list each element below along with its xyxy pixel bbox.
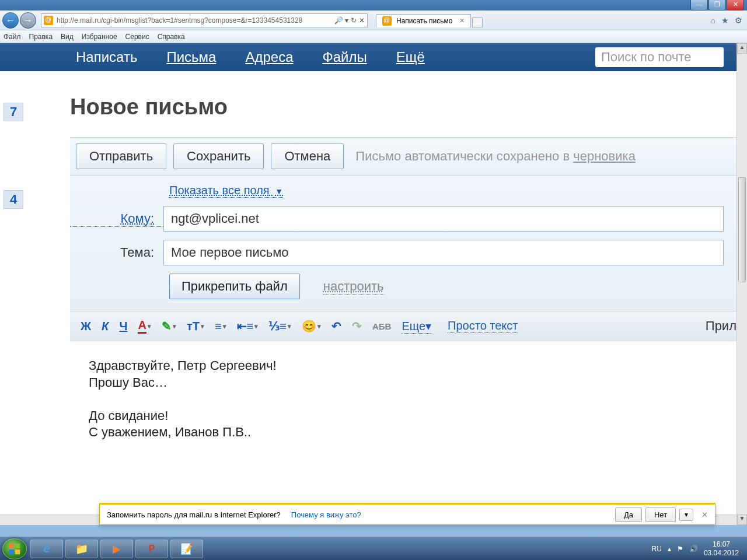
body-line: С уважением, Иванов П.В..: [89, 424, 728, 441]
emoji-icon[interactable]: 😊▾: [302, 319, 321, 333]
taskbar-app[interactable]: 📝: [170, 540, 203, 558]
svg-rect-0: [9, 543, 14, 548]
tray-volume-icon[interactable]: 🔊: [689, 545, 698, 553]
address-controls: 🔎 ▾ ↻ ✕: [332, 16, 367, 24]
browser-menu-bar: Файл Правка Вид Избранное Сервис Справка: [0, 30, 747, 43]
to-input[interactable]: [163, 206, 724, 232]
url-input[interactable]: [55, 15, 332, 26]
close-button[interactable]: ✕: [727, 0, 744, 10]
italic-icon[interactable]: К: [102, 320, 109, 333]
site-favicon: [44, 16, 53, 25]
underline-icon[interactable]: Ч: [119, 320, 127, 333]
svg-rect-3: [15, 549, 20, 554]
body-line: Прошу Вас…: [89, 374, 728, 391]
redo-icon[interactable]: ↷: [352, 319, 362, 333]
editor-more-link[interactable]: Еще▾: [402, 319, 431, 334]
body-line: Здравствуйте, Петр Сергеевич!: [89, 358, 728, 374]
scroll-down-arrow[interactable]: ▼: [737, 514, 747, 525]
nav-more[interactable]: Ещё: [396, 49, 425, 65]
vertical-scrollbar[interactable]: ▲ ▼: [736, 43, 747, 525]
stop-icon[interactable]: ✕: [359, 16, 365, 24]
folder-count-4: 4: [4, 190, 23, 209]
subject-label: Тема:: [70, 245, 163, 260]
menu-help[interactable]: Справка: [158, 33, 185, 41]
attachments-heading: Прил: [706, 318, 736, 334]
nav-compose[interactable]: Написать: [76, 49, 137, 65]
scroll-up-arrow[interactable]: ▲: [737, 43, 747, 54]
maximize-button[interactable]: ❐: [708, 0, 726, 10]
taskbar-mediaplayer[interactable]: ▶: [100, 540, 133, 558]
nav-letters[interactable]: Письма: [166, 49, 216, 65]
cancel-button[interactable]: Отмена: [271, 144, 344, 169]
strike-icon[interactable]: АБВ: [372, 321, 391, 331]
notif-dropdown[interactable]: ▼: [679, 509, 693, 521]
search-dropdown-icon[interactable]: 🔎 ▾: [334, 16, 348, 24]
taskbar-ie[interactable]: e: [30, 540, 63, 558]
subject-input[interactable]: [163, 240, 724, 265]
plain-text-link[interactable]: Просто текст: [448, 319, 518, 333]
tools-gear-icon[interactable]: ⚙: [735, 16, 742, 25]
folder-count-7: 7: [4, 103, 23, 121]
taskbar: e 📁 ▶ P 📝 RU ▴ ⚑ 🔊 16:07 03.04.2012: [0, 537, 747, 560]
forward-button[interactable]: →: [20, 12, 36, 29]
notif-close-icon[interactable]: ✕: [701, 510, 708, 519]
list-icon[interactable]: ⅓≡▾: [268, 319, 291, 333]
start-button[interactable]: [2, 538, 27, 559]
indent-icon[interactable]: ⇤≡▾: [237, 319, 259, 333]
to-label[interactable]: Кому:: [70, 211, 163, 227]
send-button[interactable]: Отправить: [76, 144, 166, 169]
password-notification-bar: Запомнить пароль для mail.ru в Internet …: [99, 503, 715, 525]
minimize-button[interactable]: —: [690, 0, 708, 10]
align-icon[interactable]: ≡▾: [215, 320, 226, 333]
message-body[interactable]: Здравствуйте, Петр Сергеевич! Прошу Вас……: [70, 341, 747, 457]
why-link[interactable]: Почему я вижу это?: [291, 510, 361, 519]
editor-toolbar: Ж К Ч A▾ ✎▾ тT▾ ≡▾ ⇤≡▾ ⅓≡▾ 😊▾ ↶ ↷ АБВ Ещ…: [70, 312, 747, 341]
tray-clock[interactable]: 16:07 03.04.2012: [704, 540, 739, 557]
svg-rect-2: [9, 549, 14, 554]
taskbar-explorer[interactable]: 📁: [65, 540, 98, 558]
back-button[interactable]: ←: [2, 12, 19, 29]
menu-file[interactable]: Файл: [4, 33, 21, 41]
mail-search-box[interactable]: Поиск по почте: [595, 47, 724, 67]
refresh-icon[interactable]: ↻: [351, 16, 357, 24]
page-title: Новое письмо: [70, 94, 747, 120]
taskbar-powerpoint[interactable]: P: [135, 540, 168, 558]
tray-up-icon[interactable]: ▴: [668, 545, 671, 553]
tab-close-icon[interactable]: ✕: [459, 17, 465, 24]
new-tab-button[interactable]: [472, 17, 483, 27]
chevron-down-icon: ▼: [275, 187, 283, 196]
svg-rect-1: [15, 543, 20, 548]
menu-service[interactable]: Сервис: [125, 33, 149, 41]
highlight-icon[interactable]: ✎▾: [162, 319, 176, 333]
scroll-thumb[interactable]: [738, 177, 746, 282]
nav-addresses[interactable]: Адреса: [245, 49, 293, 65]
notif-no-button[interactable]: Нет: [645, 508, 676, 522]
configure-link[interactable]: настроить: [323, 279, 384, 295]
nav-files[interactable]: Файлы: [322, 49, 366, 65]
menu-edit[interactable]: Правка: [29, 33, 53, 41]
mail-navigation: Написать Письма Адреса Файлы Ещё Поиск п…: [0, 43, 747, 71]
browser-tab-active[interactable]: Написать письмо ✕: [376, 14, 471, 27]
body-line: До свидание!: [89, 408, 728, 425]
save-button[interactable]: Сохранить: [173, 144, 264, 169]
notification-text: Запомнить пароль для mail.ru в Internet …: [107, 510, 281, 519]
tray-flag-icon[interactable]: ⚑: [677, 545, 683, 553]
autosave-status: Письмо автоматически сохранено в чернови…: [355, 149, 636, 164]
tab-title: Написать письмо: [396, 17, 452, 25]
drafts-link[interactable]: черновика: [573, 149, 636, 163]
undo-icon[interactable]: ↶: [331, 319, 341, 333]
tray-lang[interactable]: RU: [652, 545, 662, 553]
address-bar[interactable]: 🔎 ▾ ↻ ✕: [41, 13, 368, 27]
bold-icon[interactable]: Ж: [81, 320, 91, 333]
menu-favorites[interactable]: Избранное: [82, 33, 117, 41]
home-icon[interactable]: ⌂: [711, 16, 715, 25]
tab-favicon: [382, 16, 392, 26]
favorites-star-icon[interactable]: ★: [721, 16, 729, 25]
show-all-fields-link[interactable]: Показать все поля ▼: [169, 184, 283, 198]
attach-file-button[interactable]: Прикрепить файл: [169, 274, 300, 299]
font-size-icon[interactable]: тT▾: [187, 320, 204, 333]
font-color-icon[interactable]: A▾: [138, 318, 151, 334]
menu-view[interactable]: Вид: [61, 33, 74, 41]
window-titlebar: — ❐ ✕: [0, 0, 747, 10]
notif-yes-button[interactable]: Да: [615, 508, 642, 522]
